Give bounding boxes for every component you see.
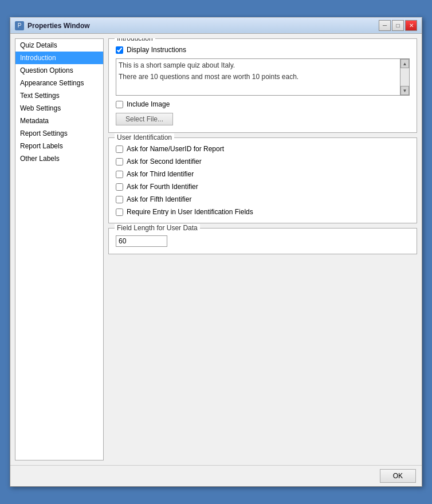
text-area-scrollbar: ▲ ▼: [400, 59, 409, 95]
introduction-section-label: Introduction: [115, 38, 155, 42]
require-entry-label: Require Entry in User Identification Fie…: [127, 208, 253, 216]
ask-second-checkbox[interactable]: [116, 158, 123, 166]
title-bar-buttons: ─ □ ✕: [379, 20, 417, 31]
ok-button[interactable]: OK: [380, 469, 416, 483]
intro-line-1: This is a short sample quiz about Italy.: [119, 61, 398, 69]
include-image-checkbox[interactable]: [116, 101, 123, 108]
ask-fifth-checkbox[interactable]: [116, 196, 123, 203]
title-bar: P Properties Window ─ □ ✕: [10, 18, 422, 34]
ask-fourth-checkbox[interactable]: [116, 183, 123, 191]
sidebar-item-question-options[interactable]: Question Options: [15, 64, 103, 77]
scroll-up-button[interactable]: ▲: [400, 59, 409, 68]
display-instructions-row: Display Instructions: [116, 46, 410, 54]
ask-third-row: Ask for Third Identifier: [116, 170, 410, 178]
ask-third-label: Ask for Third Identifier: [127, 170, 194, 178]
require-entry-checkbox[interactable]: [116, 208, 123, 216]
ask-fourth-row: Ask for Fourth Identifier: [116, 183, 410, 191]
user-identification-label: User Identification: [115, 133, 174, 141]
maximize-button[interactable]: □: [392, 20, 404, 31]
require-entry-row: Require Entry in User Identification Fie…: [116, 208, 410, 216]
display-instructions-checkbox[interactable]: [116, 46, 123, 54]
ask-name-checkbox[interactable]: [116, 145, 123, 153]
display-instructions-label: Display Instructions: [127, 46, 186, 54]
intro-line-2: There are 10 questions and most are wort…: [119, 73, 398, 81]
field-length-content: [116, 235, 410, 247]
sidebar-item-report-settings[interactable]: Report Settings: [15, 127, 103, 140]
sidebar-item-metadata[interactable]: Metadata: [15, 115, 103, 127]
window-title: Properties Window: [28, 22, 379, 30]
sidebar-item-report-labels[interactable]: Report Labels: [15, 140, 103, 152]
sidebar: Quiz Details Introduction Question Optio…: [15, 38, 104, 460]
field-length-section: Field Length for User Data: [108, 228, 417, 254]
sidebar-item-introduction[interactable]: Introduction: [15, 52, 103, 64]
close-button[interactable]: ✕: [405, 20, 417, 31]
scroll-track[interactable]: [400, 68, 409, 86]
include-image-row: Include Image: [116, 100, 410, 108]
minimize-button[interactable]: ─: [379, 20, 391, 31]
user-identification-section: User Identification Ask for Name/UserID …: [108, 137, 417, 223]
footer: OK: [10, 465, 422, 486]
introduction-text-area: This is a short sample quiz about Italy.…: [116, 58, 410, 96]
properties-window: P Properties Window ─ □ ✕ Quiz Details I…: [10, 17, 422, 487]
window-body: Quiz Details Introduction Question Optio…: [10, 34, 422, 465]
ask-fourth-label: Ask for Fourth Identifier: [127, 183, 198, 191]
ask-second-label: Ask for Second Identifier: [127, 158, 202, 166]
introduction-section: Introduction Display Instructions This i…: [108, 38, 417, 133]
sidebar-item-web-settings[interactable]: Web Settings: [15, 102, 103, 115]
introduction-text-content: This is a short sample quiz about Italy.…: [116, 59, 400, 95]
ask-fifth-label: Ask for Fifth Identifier: [127, 195, 191, 203]
user-identification-content: Ask for Name/UserID for Report Ask for S…: [116, 145, 410, 216]
ask-name-label: Ask for Name/UserID for Report: [127, 145, 224, 153]
include-image-label: Include Image: [127, 100, 170, 108]
sidebar-item-quiz-details[interactable]: Quiz Details: [15, 39, 103, 52]
field-length-input[interactable]: [116, 235, 167, 247]
field-length-label: Field Length for User Data: [115, 224, 200, 232]
ask-name-row: Ask for Name/UserID for Report: [116, 145, 410, 153]
sidebar-item-other-labels[interactable]: Other Labels: [15, 152, 103, 165]
main-content: Introduction Display Instructions This i…: [108, 38, 417, 460]
introduction-content: Display Instructions This is a short sam…: [116, 46, 410, 125]
select-file-button[interactable]: Select File...: [116, 113, 173, 125]
sidebar-item-text-settings[interactable]: Text Settings: [15, 89, 103, 102]
sidebar-item-appearance-settings[interactable]: Appearance Settings: [15, 77, 103, 89]
ask-fifth-row: Ask for Fifth Identifier: [116, 195, 410, 203]
ask-second-row: Ask for Second Identifier: [116, 158, 410, 166]
scroll-down-button[interactable]: ▼: [400, 86, 409, 95]
ask-third-checkbox[interactable]: [116, 171, 123, 178]
window-icon: P: [15, 21, 24, 30]
